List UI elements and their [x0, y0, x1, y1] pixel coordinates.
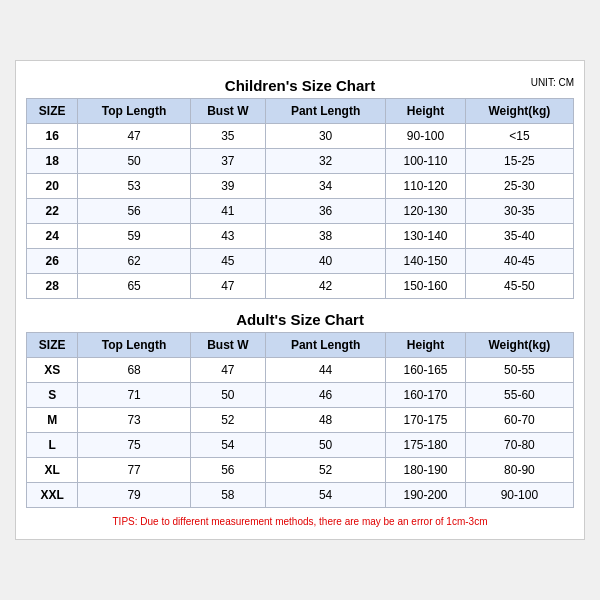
- table-cell: 35-40: [465, 224, 573, 249]
- table-cell: 46: [265, 383, 385, 408]
- table-row: 26624540140-15040-45: [27, 249, 574, 274]
- table-cell: 170-175: [386, 408, 465, 433]
- table-cell: 28: [27, 274, 78, 299]
- table-cell: 54: [265, 483, 385, 508]
- adults-header-row: SIZE Top Length Bust W Pant Length Heigh…: [27, 333, 574, 358]
- table-cell: 56: [190, 458, 265, 483]
- adults-size-table: SIZE Top Length Bust W Pant Length Heigh…: [26, 332, 574, 508]
- table-cell: 42: [265, 274, 385, 299]
- adults-col-weight: Weight(kg): [465, 333, 573, 358]
- chart-container: Children's Size Chart UNIT: CM SIZE Top …: [15, 60, 585, 540]
- table-cell: 37: [190, 149, 265, 174]
- children-unit-label: UNIT: CM: [531, 77, 574, 88]
- table-cell: M: [27, 408, 78, 433]
- table-cell: 15-25: [465, 149, 573, 174]
- adults-col-top-length: Top Length: [78, 333, 191, 358]
- table-cell: 77: [78, 458, 191, 483]
- table-cell: 52: [265, 458, 385, 483]
- table-cell: 160-170: [386, 383, 465, 408]
- table-cell: 48: [265, 408, 385, 433]
- children-col-top-length: Top Length: [78, 99, 191, 124]
- table-cell: 45-50: [465, 274, 573, 299]
- table-cell: 50-55: [465, 358, 573, 383]
- table-cell: 40: [265, 249, 385, 274]
- table-cell: L: [27, 433, 78, 458]
- children-header-row: SIZE Top Length Bust W Pant Length Heigh…: [27, 99, 574, 124]
- children-col-pant-length: Pant Length: [265, 99, 385, 124]
- adults-col-size: SIZE: [27, 333, 78, 358]
- table-cell: 40-45: [465, 249, 573, 274]
- table-cell: 26: [27, 249, 78, 274]
- table-cell: 79: [78, 483, 191, 508]
- table-cell: <15: [465, 124, 573, 149]
- table-cell: 58: [190, 483, 265, 508]
- table-cell: 55-60: [465, 383, 573, 408]
- table-row: XL775652180-19080-90: [27, 458, 574, 483]
- table-cell: 18: [27, 149, 78, 174]
- table-cell: 130-140: [386, 224, 465, 249]
- table-row: M735248170-17560-70: [27, 408, 574, 433]
- table-row: 24594338130-14035-40: [27, 224, 574, 249]
- table-cell: 90-100: [465, 483, 573, 508]
- table-cell: 190-200: [386, 483, 465, 508]
- table-cell: XXL: [27, 483, 78, 508]
- table-cell: 47: [190, 274, 265, 299]
- table-cell: 56: [78, 199, 191, 224]
- table-cell: 52: [190, 408, 265, 433]
- table-cell: 65: [78, 274, 191, 299]
- table-cell: 54: [190, 433, 265, 458]
- table-cell: S: [27, 383, 78, 408]
- table-row: 18503732100-11015-25: [27, 149, 574, 174]
- children-section-title: Children's Size Chart UNIT: CM: [26, 71, 574, 98]
- table-cell: 71: [78, 383, 191, 408]
- table-cell: 175-180: [386, 433, 465, 458]
- table-cell: 160-165: [386, 358, 465, 383]
- table-cell: 38: [265, 224, 385, 249]
- table-cell: 39: [190, 174, 265, 199]
- table-cell: 73: [78, 408, 191, 433]
- table-cell: 75: [78, 433, 191, 458]
- table-cell: 47: [78, 124, 191, 149]
- table-cell: 180-190: [386, 458, 465, 483]
- table-cell: 68: [78, 358, 191, 383]
- table-cell: 60-70: [465, 408, 573, 433]
- adults-col-pant-length: Pant Length: [265, 333, 385, 358]
- adults-col-height: Height: [386, 333, 465, 358]
- table-cell: 80-90: [465, 458, 573, 483]
- table-cell: 16: [27, 124, 78, 149]
- table-cell: 50: [78, 149, 191, 174]
- children-col-height: Height: [386, 99, 465, 124]
- table-cell: 34: [265, 174, 385, 199]
- adults-section-title: Adult's Size Chart: [26, 305, 574, 332]
- tips-text: TIPS: Due to different measurement metho…: [26, 514, 574, 529]
- table-row: S715046160-17055-60: [27, 383, 574, 408]
- table-cell: 30-35: [465, 199, 573, 224]
- table-cell: 32: [265, 149, 385, 174]
- table-row: 28654742150-16045-50: [27, 274, 574, 299]
- children-col-size: SIZE: [27, 99, 78, 124]
- table-cell: 53: [78, 174, 191, 199]
- children-size-table: SIZE Top Length Bust W Pant Length Heigh…: [26, 98, 574, 299]
- table-row: 1647353090-100<15: [27, 124, 574, 149]
- table-cell: 45: [190, 249, 265, 274]
- children-col-weight: Weight(kg): [465, 99, 573, 124]
- table-cell: 59: [78, 224, 191, 249]
- table-cell: 22: [27, 199, 78, 224]
- table-cell: 50: [265, 433, 385, 458]
- table-cell: 70-80: [465, 433, 573, 458]
- table-row: XXL795854190-20090-100: [27, 483, 574, 508]
- table-cell: 62: [78, 249, 191, 274]
- table-cell: 25-30: [465, 174, 573, 199]
- table-cell: 150-160: [386, 274, 465, 299]
- table-cell: 30: [265, 124, 385, 149]
- table-cell: 140-150: [386, 249, 465, 274]
- table-row: L755450175-18070-80: [27, 433, 574, 458]
- table-cell: 20: [27, 174, 78, 199]
- table-cell: 44: [265, 358, 385, 383]
- table-cell: 35: [190, 124, 265, 149]
- table-cell: 100-110: [386, 149, 465, 174]
- table-cell: 36: [265, 199, 385, 224]
- table-row: XS684744160-16550-55: [27, 358, 574, 383]
- table-cell: 41: [190, 199, 265, 224]
- adults-title-text: Adult's Size Chart: [236, 311, 364, 328]
